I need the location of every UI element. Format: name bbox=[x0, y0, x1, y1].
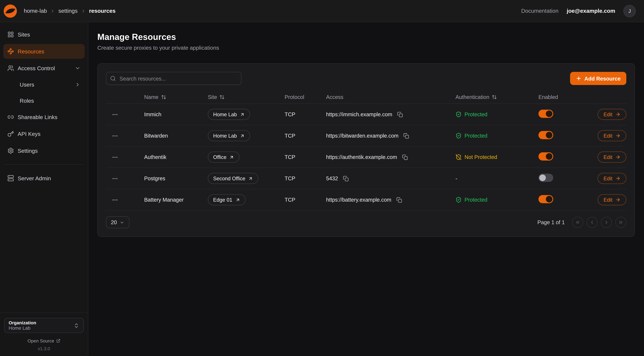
search-icon bbox=[110, 76, 116, 81]
site-link-button[interactable]: Home Lab bbox=[208, 109, 250, 120]
page-info: Page 1 of 1 bbox=[538, 219, 565, 226]
sidebar-item-settings[interactable]: Settings bbox=[3, 143, 84, 158]
shield-check-icon bbox=[456, 197, 462, 203]
column-site[interactable]: Site bbox=[208, 94, 284, 100]
sort-icon bbox=[220, 94, 225, 100]
site-link-button[interactable]: Edge 01 bbox=[208, 194, 246, 206]
row-menu-button[interactable] bbox=[110, 195, 120, 204]
site-link-button[interactable]: Second Office bbox=[208, 173, 258, 184]
page-size-select[interactable]: 20 bbox=[106, 216, 130, 228]
last-page-button[interactable] bbox=[615, 217, 626, 228]
ellipsis-icon bbox=[112, 196, 118, 203]
access-value: 5432 bbox=[326, 175, 338, 182]
sidebar-item-label: Roles bbox=[20, 98, 34, 104]
authentication-cell: Not Protected bbox=[456, 154, 538, 160]
pangolin-logo-icon[interactable] bbox=[3, 4, 17, 18]
row-menu-button[interactable] bbox=[110, 174, 120, 183]
authentication-status: Protected bbox=[464, 133, 487, 139]
column-label: Enabled bbox=[538, 94, 558, 100]
sidebar-item-label: Sites bbox=[18, 32, 30, 38]
copy-button[interactable] bbox=[396, 110, 404, 118]
breadcrumb-org[interactable]: home-lab bbox=[24, 8, 47, 14]
sidebar-item-api-keys[interactable]: API Keys bbox=[3, 126, 84, 141]
edit-label: Edit bbox=[604, 112, 612, 117]
sidebar-item-resources[interactable]: Resources bbox=[3, 44, 84, 59]
enabled-cell bbox=[538, 174, 594, 183]
breadcrumb-current[interactable]: resources bbox=[89, 8, 116, 14]
waypoints-icon bbox=[8, 48, 14, 55]
edit-button[interactable]: Edit bbox=[598, 152, 626, 163]
organization-selector[interactable]: Organization Home Lab bbox=[4, 318, 84, 333]
sidebar-item-server-admin[interactable]: Server Admin bbox=[3, 171, 84, 186]
enabled-cell bbox=[538, 131, 594, 140]
protocol-value: TCP bbox=[284, 154, 295, 160]
site-link-button[interactable]: Home Lab bbox=[208, 130, 250, 141]
add-resource-button[interactable]: Add Resource bbox=[570, 72, 626, 85]
column-name[interactable]: Name bbox=[144, 94, 208, 100]
site-link-button[interactable]: Office bbox=[208, 152, 240, 163]
edit-label: Edit bbox=[604, 197, 612, 203]
row-menu-button[interactable] bbox=[110, 131, 120, 140]
sidebar-item-sites[interactable]: Sites bbox=[3, 27, 84, 42]
site-cell: Edge 01 bbox=[208, 194, 284, 206]
copy-button[interactable] bbox=[395, 196, 403, 204]
resource-name: Bitwarden bbox=[144, 133, 168, 139]
edit-button[interactable]: Edit bbox=[598, 109, 626, 120]
protocol-value: TCP bbox=[284, 175, 295, 182]
breadcrumb-settings[interactable]: settings bbox=[58, 8, 78, 14]
copy-button[interactable] bbox=[401, 153, 408, 161]
edit-button[interactable]: Edit bbox=[598, 194, 626, 206]
sidebar-item-shareable-links[interactable]: Shareable Links bbox=[3, 110, 84, 124]
edit-cell: Edit bbox=[594, 130, 626, 141]
documentation-link[interactable]: Documentation bbox=[521, 8, 558, 14]
previous-page-button[interactable] bbox=[586, 217, 598, 228]
sidebar-item-label: API Keys bbox=[18, 131, 40, 137]
chevrons-left-icon bbox=[575, 220, 580, 225]
search-input[interactable] bbox=[106, 72, 242, 85]
authentication-status: - bbox=[456, 175, 457, 182]
next-page-button[interactable] bbox=[601, 217, 612, 228]
resource-name: Immich bbox=[144, 111, 161, 118]
copy-button[interactable] bbox=[342, 175, 350, 182]
name-cell: Authentik bbox=[144, 154, 208, 160]
row-menu-button[interactable] bbox=[110, 152, 120, 162]
avatar[interactable]: J bbox=[624, 5, 636, 17]
chevron-right-icon bbox=[604, 220, 609, 225]
protocol-cell: TCP bbox=[284, 133, 326, 139]
copy-button[interactable] bbox=[402, 132, 410, 139]
column-access: Access bbox=[326, 94, 456, 100]
shield-check-icon bbox=[456, 133, 462, 139]
row-menu-button[interactable] bbox=[110, 110, 120, 119]
enabled-toggle[interactable] bbox=[538, 195, 553, 203]
name-cell: Battery Manager bbox=[144, 197, 208, 203]
server-icon bbox=[8, 175, 14, 182]
site-cell: Second Office bbox=[208, 173, 284, 184]
users-icon bbox=[8, 65, 14, 72]
enabled-toggle[interactable] bbox=[538, 131, 553, 139]
column-authentication[interactable]: Authentication bbox=[456, 94, 538, 100]
copy-icon bbox=[397, 112, 403, 117]
enabled-toggle[interactable] bbox=[538, 174, 553, 182]
shell: Sites Resources Access Control Users Rol… bbox=[0, 22, 644, 356]
card-footer: 20 Page 1 of 1 bbox=[106, 216, 626, 228]
resources-card: Add Resource Name Site Protocol bbox=[97, 63, 635, 237]
edit-button[interactable]: Edit bbox=[598, 173, 626, 184]
access-cell: https://immich.example.com bbox=[326, 110, 456, 118]
arrow-right-icon bbox=[615, 133, 621, 138]
access-cell: https://battery.example.com bbox=[326, 196, 456, 204]
sidebar-item-label: Users bbox=[20, 82, 34, 88]
site-name: Home Lab bbox=[213, 112, 237, 117]
enabled-toggle[interactable] bbox=[538, 110, 553, 118]
first-page-button[interactable] bbox=[572, 217, 583, 228]
sidebar-item-roles[interactable]: Roles bbox=[3, 94, 84, 108]
enabled-toggle[interactable] bbox=[538, 152, 553, 160]
avatar-initial: J bbox=[628, 8, 631, 14]
sidebar-item-access-control[interactable]: Access Control bbox=[3, 61, 84, 76]
app-version: v1.3.0 bbox=[4, 346, 84, 351]
protocol-value: TCP bbox=[284, 133, 295, 139]
resource-name: Postgres bbox=[144, 175, 165, 182]
copy-icon bbox=[396, 197, 402, 203]
open-source-link[interactable]: Open Source bbox=[4, 338, 84, 343]
sidebar-item-users[interactable]: Users bbox=[3, 78, 84, 92]
edit-button[interactable]: Edit bbox=[598, 130, 626, 141]
